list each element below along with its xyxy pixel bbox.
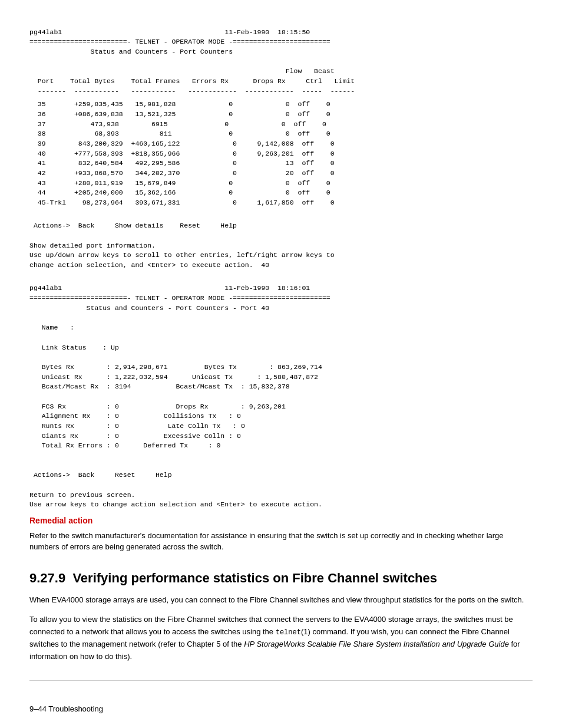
terminal2-fcs-rx: FCS Rx : 0 (29, 403, 119, 410)
terminal1-actions[interactable]: Actions-> Back Show details Reset Help (29, 222, 237, 229)
remedial-text: Refer to the switch manufacturer's docum… (29, 530, 533, 553)
terminal2-drops-rx: Drops Rx : 9,263,201 (164, 403, 286, 410)
terminal2-unicast-tx: Unicast Tx : 1,580,487,872 (180, 373, 318, 381)
terminal1-desc3: change action selection, and <Enter> to … (29, 261, 269, 269)
terminal2-bytes-rx: Bytes Rx : 2,914,298,671 (29, 363, 168, 371)
terminal2-desc1: Return to previous screen. (29, 491, 135, 499)
section-number: 9.27.9 (29, 571, 65, 585)
terminal-block-2: pg44lab1 11-Feb-1990 18:16:01 ==========… (29, 274, 533, 510)
terminal2-desc2: Use arrow keys to change action selectio… (29, 500, 322, 508)
remedial-heading: Remedial action (29, 516, 533, 525)
terminal2-link: Link Status : Up (29, 344, 119, 351)
terminal2-bcast-tx: Bcast/Mcast Tx : 15,832,378 (164, 383, 290, 390)
terminal2-bcast-rx: Bcast/Mcast Rx : 3194 (29, 383, 131, 390)
terminal2-deferred: Deferred Tx : 0 (131, 442, 221, 449)
section-para2: To allow you to view the statistics on t… (29, 614, 533, 663)
terminal1-subtitle: Status and Counters - Port Counters (29, 48, 233, 55)
terminal2-giants-rx: Giants Rx : 0 (29, 432, 119, 440)
terminal2-late-colln: Late Colln Tx : 0 (156, 422, 245, 430)
terminal2-actions[interactable]: Actions-> Back Reset Help (29, 471, 172, 479)
section-9-27-9: 9.27.9 Verifying performance statistics … (29, 571, 533, 663)
terminal2-unicast-rx: Unicast Rx : 1,222,032,594 (29, 373, 168, 381)
terminal1-title: ========================- TELNET - OPERA… (29, 38, 330, 45)
terminal2-total-rx: Total Rx Errors : 0 (29, 442, 119, 449)
terminal1-header: pg44lab1 (29, 28, 62, 36)
footer-left: 9–44 Troubleshooting (29, 704, 103, 713)
terminal1-desc2: Use up/down arrow keys to scroll to othe… (29, 251, 335, 259)
terminal2-title: ========================- TELNET - OPERA… (29, 294, 330, 302)
section-para1: When EVA4000 storage arrays are used, yo… (29, 594, 533, 607)
remedial-section: Remedial action Refer to the switch manu… (29, 516, 533, 553)
page-footer: 9–44 Troubleshooting (29, 704, 533, 713)
terminal1-divider: ------- ----------- ----------- --------… (29, 87, 355, 95)
terminal1-col-header1: Flow Bcast (29, 67, 335, 75)
terminal2-runts-rx: Runts Rx : 0 (29, 422, 119, 430)
terminal1-desc1: Show detailed port information. (29, 242, 156, 249)
terminal-block-1: pg44lab1 11-Feb-1990 18:15:50 ==========… (29, 18, 533, 271)
terminal1-header-right: 11-Feb-1990 18:15:50 (224, 28, 310, 36)
terminal2-bytes-tx: Bytes Tx : 863,269,714 (192, 363, 322, 371)
section-title-text: Verifying performance statistics on Fibr… (72, 571, 437, 585)
terminal2-subtitle: Status and Counters - Port Counters - Po… (29, 304, 269, 312)
terminal2-align-rx: Alignment Rx : 0 (29, 412, 119, 420)
section-title: 9.27.9 Verifying performance statistics … (29, 571, 533, 586)
terminal1-col-header2: Port Total Bytes Total Frames Errors Rx … (29, 77, 355, 85)
terminal2-header-left: pg44lab1 (29, 284, 62, 292)
terminal2-name: Name : (29, 324, 74, 331)
terminal2-collisions: Collisions Tx : 0 (151, 412, 241, 420)
terminal2-excessive: Excessive Colln : 0 (151, 432, 241, 440)
section-para2-code: telnet (276, 628, 301, 637)
section-para2-italic: HP StorageWorks Scalable File Share Syst… (244, 640, 509, 648)
terminal2-header-right: 11-Feb-1990 18:16:01 (224, 284, 310, 292)
